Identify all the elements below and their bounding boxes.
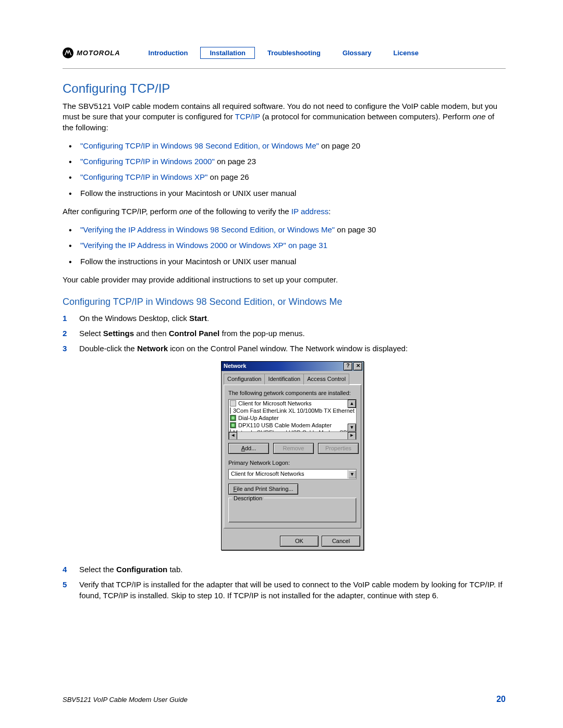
win2000-config-link[interactable]: "Configuring TCP/IP in Windows 2000": [80, 157, 215, 166]
subsection-heading: Configuring TCP/IP in Windows 98 Second …: [63, 297, 506, 307]
chevron-down-icon[interactable]: ▼: [348, 470, 356, 478]
tab-identification[interactable]: Identification: [264, 374, 304, 385]
bullet-list-2: "Verifying the IP Address in Windows 98 …: [63, 222, 506, 269]
win98-verify-link[interactable]: "Verifying the IP Address in Windows 98 …: [80, 225, 335, 234]
after-config-paragraph: After configuring TCP/IP, perform one of…: [63, 206, 506, 217]
list-item: "Configuring TCP/IP in Windows XP" on pa…: [78, 169, 506, 185]
list-item: Follow the instructions in your Macintos…: [78, 186, 506, 201]
scroll-up-button[interactable]: ▲: [348, 400, 356, 408]
list-item: "Verifying the IP Address in Windows 200…: [78, 238, 506, 253]
dialog-body: Configuration Identification Access Cont…: [222, 371, 363, 533]
dialog-title: Network: [224, 362, 246, 370]
nav-license[interactable]: License: [384, 47, 428, 59]
list-item[interactable]: DPX110 USB Cable Modem Adapter: [229, 422, 356, 429]
dialog-footer: OK Cancel: [222, 533, 363, 550]
page-footer: SBV5121 VoIP Cable Modem User Guide 20: [63, 695, 506, 704]
scroll-left-button[interactable]: ◄: [229, 432, 237, 440]
dialog-titlebar: Network ? ✕: [222, 362, 363, 371]
components-label: The following network components are ins…: [228, 389, 357, 397]
nic-icon: [230, 408, 231, 414]
description-group: Description: [228, 498, 357, 523]
description-label: Description: [232, 495, 264, 502]
nav-troubleshooting[interactable]: Troubleshooting: [258, 47, 330, 59]
network-dialog-figure: Network ? ✕ Configuration Identification…: [79, 361, 506, 550]
step-2: Select Settings and then Control Panel f…: [63, 326, 506, 341]
list-item: "Configuring TCP/IP in Windows 98 Second…: [78, 138, 506, 154]
list-item: "Verifying the IP Address in Windows 98 …: [78, 222, 506, 238]
list-item: Follow the instructions in your Macintos…: [78, 254, 506, 269]
page-number: 20: [496, 695, 506, 704]
header-divider: [63, 68, 506, 69]
steps-list: On the Windows Desktop, click Start. Sel…: [63, 311, 506, 603]
component-buttons: Add... Remove Properties: [228, 443, 357, 454]
list-item[interactable]: 3Com Fast EtherLink XL 10/100Mb TX Ether…: [229, 407, 356, 414]
file-print-sharing-button[interactable]: File and Print Sharing...: [228, 484, 298, 495]
page-header: MOTOROLA Introduction Installation Troub…: [63, 47, 506, 64]
brand-text: MOTOROLA: [77, 49, 120, 57]
horizontal-scrollbar[interactable]: ◄ ►: [229, 431, 356, 439]
close-button[interactable]: ✕: [353, 362, 362, 371]
primary-logon-label: Primary Network Logon:: [228, 459, 357, 467]
ok-button[interactable]: OK: [280, 536, 319, 547]
win98-config-link[interactable]: "Configuring TCP/IP in Windows 98 Second…: [80, 141, 319, 150]
ip-address-link[interactable]: IP address: [291, 207, 328, 216]
motorola-batwing-icon: [63, 47, 74, 58]
tab-panel: The following network components are ins…: [224, 385, 361, 528]
nav-glossary[interactable]: Glossary: [333, 47, 381, 59]
tab-strip: Configuration Identification Access Cont…: [224, 373, 361, 385]
section-heading: Configuring TCP/IP: [63, 81, 506, 96]
provider-note: Your cable provider may provide addition…: [63, 275, 506, 285]
brand-logo: MOTOROLA: [63, 47, 120, 58]
network-dialog: Network ? ✕ Configuration Identification…: [221, 361, 364, 550]
add-button[interactable]: Add...: [228, 443, 269, 454]
remove-button[interactable]: Remove: [273, 443, 314, 454]
nav-introduction[interactable]: Introduction: [139, 47, 198, 59]
tab-access-control[interactable]: Access Control: [303, 374, 349, 385]
list-item: "Configuring TCP/IP in Windows 2000" on …: [78, 154, 506, 169]
footer-title: SBV5121 VoIP Cable Modem User Guide: [63, 696, 188, 704]
scroll-down-button[interactable]: ▼: [348, 424, 356, 432]
scroll-right-button[interactable]: ►: [348, 432, 356, 440]
step-4: Select the Configuration tab.: [63, 562, 506, 577]
list-item[interactable]: Client for Microsoft Networks: [229, 400, 356, 407]
tcpip-link[interactable]: TCP/IP: [235, 112, 260, 121]
tab-configuration[interactable]: Configuration: [224, 374, 265, 385]
nav-installation[interactable]: Installation: [200, 47, 255, 59]
cancel-button[interactable]: Cancel: [322, 536, 360, 547]
primary-logon-combo[interactable]: Client for Microsoft Networks ▼: [228, 469, 357, 479]
winxp-config-link[interactable]: "Configuring TCP/IP in Windows XP": [80, 172, 207, 181]
nic-icon: [230, 422, 236, 428]
win2000xp-verify-link[interactable]: "Verifying the IP Address in Windows 200…: [80, 241, 327, 250]
nic-icon: [230, 415, 236, 421]
combo-value: Client for Microsoft Networks: [231, 470, 304, 478]
step-1: On the Windows Desktop, click Start.: [63, 311, 506, 326]
client-icon: [230, 400, 236, 406]
properties-button[interactable]: Properties: [318, 443, 359, 454]
list-item[interactable]: Dial-Up Adapter: [229, 414, 356, 422]
components-listbox[interactable]: Client for Microsoft Networks 3Com Fast …: [228, 399, 357, 440]
page: MOTOROLA Introduction Installation Troub…: [0, 0, 563, 728]
bullet-list-1: "Configuring TCP/IP in Windows 98 Second…: [63, 138, 506, 201]
step-5: Verify that TCP/IP is installed for the …: [63, 577, 506, 603]
help-button[interactable]: ?: [344, 362, 352, 371]
step-3: Double-click the Network icon on the Con…: [63, 341, 506, 562]
intro-paragraph: The SBV5121 VoIP cable modem contains al…: [63, 101, 506, 133]
